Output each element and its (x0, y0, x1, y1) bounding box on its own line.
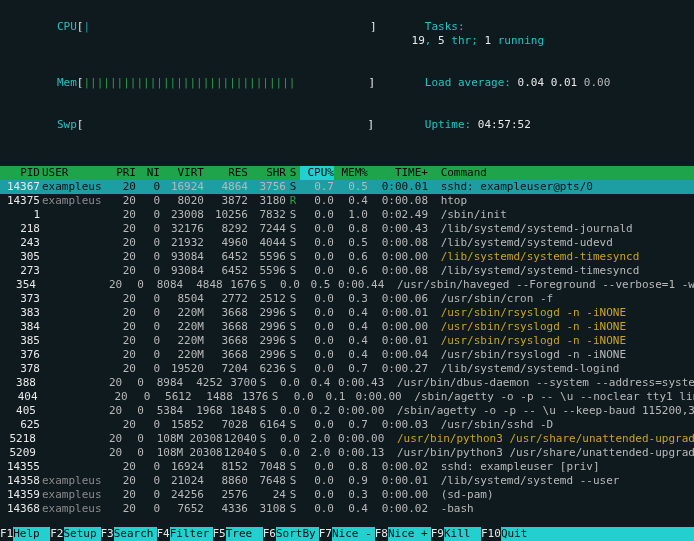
cell-command: /usr/sbin/rsyslogd -n -iNONE (441, 334, 694, 348)
cell-cpu: 0.0 (300, 502, 334, 516)
cell-state: S (286, 474, 300, 488)
process-row[interactable]: 120023008102567832S0.01.00:02.49 /sbin/i… (0, 208, 694, 222)
process-row[interactable]: 384200220M36682996S0.00.40:00.00 /usr/sb… (0, 320, 694, 334)
fn-label-setup[interactable]: Setup (64, 527, 101, 541)
cell-ni: 0 (136, 502, 160, 516)
fn-key-f8[interactable]: F8 (375, 527, 388, 541)
cell-res: 3668 (204, 348, 248, 362)
col-time[interactable]: TIME+ (368, 166, 434, 180)
cell-time: 0:00.00 (330, 432, 390, 446)
col-cpu[interactable]: CPU% (300, 166, 334, 180)
process-row[interactable]: 373200850427722512S0.00.30:00.06 /usr/sb… (0, 292, 694, 306)
process-list[interactable]: 14367exampleus2001692448643756S0.70.50:0… (0, 180, 694, 516)
process-row[interactable]: 14375exampleus200802038723180R0.00.40:00… (0, 194, 694, 208)
process-row[interactable]: 14368exampleus200765243363108S0.00.40:00… (0, 502, 694, 516)
fn-label-help[interactable]: Help (13, 527, 50, 541)
cell-pid: 388 (0, 376, 38, 390)
fn-key-f6[interactable]: F6 (263, 527, 276, 541)
fn-label-quit[interactable]: Quit (501, 527, 538, 541)
col-pid[interactable]: PID (0, 166, 42, 180)
col-virt[interactable]: VIRT (160, 166, 204, 180)
cell-shr: 12040 (223, 446, 257, 460)
cell-state: S (257, 376, 270, 390)
cell-mem: 0.9 (334, 474, 368, 488)
cell-pid: 305 (0, 250, 42, 264)
fn-key-f4[interactable]: F4 (157, 527, 170, 541)
col-ni[interactable]: NI (136, 166, 160, 180)
process-row[interactable]: 143552001692481527048S0.00.80:00.02 sshd… (0, 460, 694, 474)
fn-key-f7[interactable]: F7 (319, 527, 332, 541)
fn-label-nice-[interactable]: Nice - (332, 527, 375, 541)
process-row[interactable]: 354200808448481676S0.00.50:00.44 /usr/sb… (0, 278, 694, 292)
col-shr[interactable]: SHR (248, 166, 286, 180)
cell-time: 0:00.01 (368, 180, 434, 194)
cell-res: 4864 (204, 180, 248, 194)
fn-key-f2[interactable]: F2 (50, 527, 63, 541)
cell-virt: 8504 (160, 292, 204, 306)
cell-pri: 20 (97, 446, 122, 460)
function-key-bar[interactable]: F1HelpF2SetupF3SearchF4FilterF5TreeF6Sor… (0, 527, 694, 541)
cell-time: 0:00.01 (368, 334, 434, 348)
process-row[interactable]: 388200898442523700S0.00.40:00.43 /usr/bi… (0, 376, 694, 390)
fn-label-tree[interactable]: Tree (226, 527, 263, 541)
cell-state: S (286, 292, 300, 306)
cell-pid: 14359 (0, 488, 42, 502)
process-row[interactable]: 5218200108M2030812040S0.02.00:00.00 /usr… (0, 432, 694, 446)
process-row[interactable]: 2732009308464525596S0.00.60:00.08 /lib/s… (0, 264, 694, 278)
column-header-bar[interactable]: PID USER PRI NI VIRT RES SHR S CPU% MEM%… (0, 166, 694, 180)
cell-virt: 5612 (150, 390, 191, 404)
process-row[interactable]: 14359exampleus20024256257624S0.00.30:00.… (0, 488, 694, 502)
fn-label-search[interactable]: Search (114, 527, 157, 541)
process-row[interactable]: 14358exampleus2002102488607648S0.00.90:0… (0, 474, 694, 488)
process-row[interactable]: 14367exampleus2001692448643756S0.70.50:0… (0, 180, 694, 194)
cell-pri: 20 (108, 264, 136, 278)
cell-pri: 20 (108, 306, 136, 320)
cell-pri: 20 (108, 222, 136, 236)
cell-mem: 0.4 (334, 502, 368, 516)
mem-bars: |||||||||||||||||||||||||||||||| (83, 76, 295, 89)
process-row[interactable]: 385200220M36682996S0.00.40:00.01 /usr/sb… (0, 334, 694, 348)
fn-key-f9[interactable]: F9 (431, 527, 444, 541)
cell-shr: 1376 (233, 390, 269, 404)
cell-time: 0:00.00 (368, 488, 434, 502)
process-row[interactable]: 376200220M36682996S0.00.40:00.04 /usr/sb… (0, 348, 694, 362)
cell-res: 3668 (204, 306, 248, 320)
cell-mem: 0.7 (334, 362, 368, 376)
col-cmd[interactable]: Command (441, 166, 694, 180)
fn-label-sortby[interactable]: SortBy (276, 527, 319, 541)
process-row[interactable]: 404200561214881376S0.00.10:00.00 /sbin/a… (0, 390, 694, 404)
cell-cpu: 0.0 (300, 194, 334, 208)
fn-label-kill[interactable]: Kill (444, 527, 481, 541)
fn-key-f5[interactable]: F5 (213, 527, 226, 541)
fn-key-f10[interactable]: F10 (481, 527, 501, 541)
fn-key-f3[interactable]: F3 (101, 527, 114, 541)
col-mem[interactable]: MEM% (334, 166, 368, 180)
process-row[interactable]: 383200220M36682996S0.00.40:00.01 /usr/sb… (0, 306, 694, 320)
process-row[interactable]: 3052009308464525596S0.00.60:00.00 /lib/s… (0, 250, 694, 264)
process-row[interactable]: 5209200108M2030812040S0.02.00:00.13 /usr… (0, 446, 694, 460)
cell-command: /usr/sbin/sshd -D (441, 418, 694, 432)
process-row[interactable]: 2432002193249604044S0.00.50:00.08 /lib/s… (0, 236, 694, 250)
cell-time: 0:00.03 (368, 418, 434, 432)
fn-key-f1[interactable]: F1 (0, 527, 13, 541)
col-user[interactable]: USER (42, 166, 108, 180)
cell-virt: 220M (160, 306, 204, 320)
col-s[interactable]: S (286, 166, 300, 180)
col-res[interactable]: RES (204, 166, 248, 180)
cell-virt: 16924 (160, 180, 204, 194)
htop-terminal: CPU[|] Tasks: 19, 5 thr; 1 running Mem[|… (0, 0, 694, 541)
process-row[interactable]: 3782001952072046236S0.00.70:00.27 /lib/s… (0, 362, 694, 376)
col-pri[interactable]: PRI (108, 166, 136, 180)
cell-time: 0:00.43 (330, 376, 390, 390)
cell-res: 3668 (204, 334, 248, 348)
cell-res: 7028 (204, 418, 248, 432)
cell-time: 0:00.08 (368, 264, 434, 278)
cell-res: 4848 (183, 278, 222, 292)
cell-pri: 20 (97, 432, 122, 446)
fn-label-filter[interactable]: Filter (170, 527, 213, 541)
process-row[interactable]: 405200538419681848S0.00.20:00.00 /sbin/a… (0, 404, 694, 418)
cell-pid: 404 (0, 390, 40, 404)
fn-label-nice-[interactable]: Nice + (388, 527, 431, 541)
process-row[interactable]: 2182003217682927244S0.00.80:00.43 /lib/s… (0, 222, 694, 236)
process-row[interactable]: 6252001585270286164S0.00.70:00.03 /usr/s… (0, 418, 694, 432)
